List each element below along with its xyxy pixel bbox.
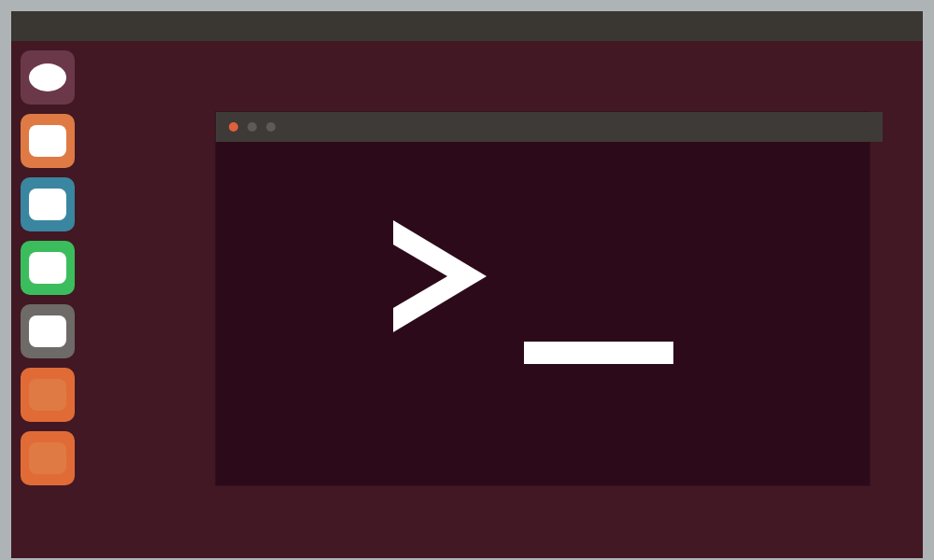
desktop bbox=[11, 11, 923, 558]
window-close-button[interactable] bbox=[229, 122, 238, 132]
svg-point-0 bbox=[29, 63, 66, 91]
app-icon bbox=[29, 442, 66, 474]
app-icon bbox=[29, 252, 66, 284]
window-minimize-button[interactable] bbox=[248, 122, 257, 132]
app-icon bbox=[29, 315, 66, 347]
terminal-prompt-icon bbox=[393, 230, 692, 398]
launcher-app-grey[interactable] bbox=[21, 304, 75, 358]
terminal-body[interactable] bbox=[216, 142, 870, 485]
app-icon bbox=[29, 379, 66, 411]
launcher-app-orange-3[interactable] bbox=[21, 431, 75, 485]
ubuntu-dash-icon bbox=[27, 62, 68, 93]
window-maximize-button[interactable] bbox=[266, 122, 276, 132]
launcher-dock bbox=[11, 41, 84, 558]
launcher-app-green[interactable] bbox=[21, 241, 75, 295]
launcher-app-orange-1[interactable] bbox=[21, 114, 75, 168]
app-icon bbox=[29, 189, 66, 220]
launcher-app-blue[interactable] bbox=[21, 177, 75, 231]
app-icon bbox=[29, 125, 66, 157]
monitor-bezel bbox=[0, 0, 934, 560]
chevron-right-icon bbox=[393, 220, 487, 332]
top-panel[interactable] bbox=[11, 11, 923, 41]
terminal-window[interactable] bbox=[216, 112, 870, 485]
terminal-titlebar[interactable] bbox=[216, 112, 883, 142]
launcher-app-orange-2[interactable] bbox=[21, 368, 75, 422]
cursor-underscore-icon bbox=[524, 342, 673, 364]
launcher-dash-home[interactable] bbox=[21, 50, 75, 105]
